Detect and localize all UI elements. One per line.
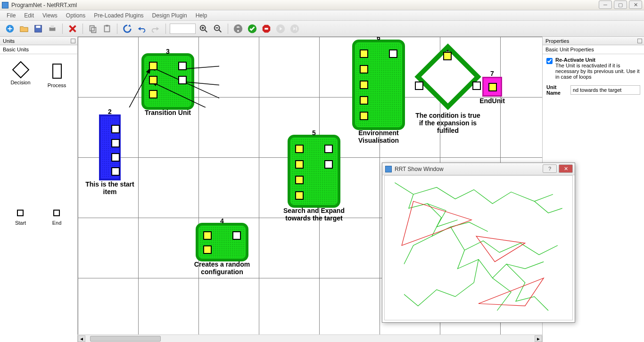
refresh-button[interactable] [121, 23, 133, 35]
scroll-left-arrow[interactable]: ◂ [78, 335, 85, 342]
print-button[interactable] [46, 23, 58, 35]
delete-button[interactable] [66, 23, 79, 35]
node-search-expand[interactable]: 5 Search and Expand towards the target [288, 135, 340, 208]
svg-rect-2 [36, 25, 40, 28]
save-button[interactable] [32, 23, 44, 35]
port[interactable] [360, 81, 368, 89]
node-caption: Environment Visualisation [341, 129, 416, 144]
undo-button[interactable] [135, 23, 148, 35]
port[interactable] [178, 76, 187, 84]
properties-panel-header: Properties [543, 37, 644, 45]
port[interactable] [443, 52, 452, 60]
menu-views[interactable]: Views [39, 11, 61, 20]
palette-decision[interactable]: Decision [10, 64, 30, 195]
node-end[interactable]: 7 EndUnit [482, 77, 502, 97]
port[interactable] [295, 176, 304, 184]
svg-rect-7 [105, 25, 110, 32]
node-caption: EndUnit [473, 97, 511, 105]
window-titlebar: ProgramNet - NetRRT.xml ─ ▢ ✕ [0, 0, 644, 10]
port[interactable] [111, 125, 120, 133]
check-button[interactable] [246, 23, 258, 35]
node-env-vis[interactable]: 6 Environment Visualisation [352, 40, 405, 130]
unit-name-label: Unit Name [546, 84, 566, 96]
play-button[interactable] [274, 23, 287, 35]
port[interactable] [360, 112, 368, 120]
popup-close-button[interactable]: ✕ [559, 164, 573, 173]
close-button[interactable]: ✕ [629, 0, 642, 9]
port[interactable] [360, 49, 368, 58]
step-button[interactable] [289, 23, 301, 35]
port[interactable] [295, 191, 304, 200]
port[interactable] [149, 62, 157, 70]
port[interactable] [149, 90, 157, 98]
menu-file[interactable]: File [3, 11, 19, 20]
node-caption: Search and Expand towards the target [276, 207, 352, 222]
stop-button[interactable] [260, 23, 272, 35]
port[interactable] [232, 231, 241, 240]
paste-button[interactable] [101, 23, 113, 35]
port[interactable] [295, 145, 304, 153]
menu-help[interactable]: Help [192, 11, 211, 20]
port[interactable] [488, 83, 497, 91]
port[interactable] [203, 245, 212, 254]
search-input[interactable] [170, 24, 196, 34]
node-caption: The condition is true if the expansion i… [415, 112, 481, 134]
menu-edit[interactable]: Edit [20, 11, 38, 20]
node-start[interactable]: 2 This is the start item [99, 114, 121, 180]
popup-titlebar[interactable]: RRT Show Window ? ✕ [382, 163, 575, 175]
popup-help-button[interactable]: ? [543, 164, 557, 173]
redo-button[interactable] [149, 23, 162, 35]
minimize-button[interactable]: ─ [599, 0, 612, 9]
menubar: File Edit Views Options Pre-Loaded Plugi… [0, 10, 644, 21]
palette-end[interactable]: End [52, 210, 62, 333]
open-button[interactable] [18, 23, 30, 35]
port[interactable] [472, 81, 481, 90]
port[interactable] [415, 81, 423, 90]
port[interactable] [324, 160, 333, 169]
rrt-show-window[interactable]: RRT Show Window ? ✕ [382, 163, 575, 323]
zoom-in-button[interactable] [198, 23, 210, 35]
copy-button[interactable] [87, 23, 99, 35]
node-transition-unit[interactable]: 3 Transition Unit [141, 53, 194, 110]
maximize-button[interactable]: ▢ [614, 0, 627, 9]
port[interactable] [389, 49, 397, 58]
zoom-out-button[interactable] [212, 23, 224, 35]
node-random-config[interactable]: 4 Creates a random configuration [196, 223, 248, 261]
square-icon [17, 210, 24, 216]
port[interactable] [295, 160, 304, 169]
new-button[interactable] [4, 23, 16, 35]
rect-icon [52, 64, 62, 79]
reactivate-checkbox[interactable] [546, 58, 553, 64]
node-decision[interactable]: 1 The condition is true if the expansion… [424, 53, 471, 100]
svg-rect-4 [50, 25, 54, 28]
port[interactable] [111, 167, 120, 176]
horizontal-scrollbar[interactable]: ◂ ▸ [78, 334, 542, 342]
reactivate-desc: The Unit is reactivated if it is necessa… [555, 63, 640, 80]
node-number: 3 [166, 48, 170, 55]
palette-start[interactable]: Start [15, 210, 26, 333]
menu-options[interactable]: Options [62, 11, 89, 20]
port[interactable] [178, 62, 187, 70]
scroll-thumb[interactable] [90, 336, 161, 342]
menu-design-plugin[interactable]: Design Plugin [149, 11, 191, 20]
undock-icon[interactable] [71, 39, 75, 43]
port[interactable] [360, 65, 368, 73]
port[interactable] [111, 139, 120, 147]
node-number: 5 [312, 129, 316, 137]
units-panel-header: Units [0, 37, 77, 45]
port[interactable] [203, 231, 212, 240]
port[interactable] [111, 153, 120, 162]
menu-preloaded-plugins[interactable]: Pre-Loaded Plugins [90, 11, 147, 20]
palette-label: Decision [10, 80, 30, 85]
svg-point-12 [237, 30, 239, 32]
svg-marker-35 [402, 201, 471, 245]
palette-process[interactable]: Process [48, 64, 66, 195]
undock-icon[interactable] [637, 39, 642, 43]
unit-name-input[interactable] [570, 85, 640, 95]
port[interactable] [324, 145, 333, 153]
app-icon [2, 2, 8, 8]
run-button[interactable] [232, 23, 244, 35]
port[interactable] [360, 96, 368, 105]
port[interactable] [149, 76, 157, 84]
scroll-right-arrow[interactable]: ▸ [535, 335, 542, 342]
